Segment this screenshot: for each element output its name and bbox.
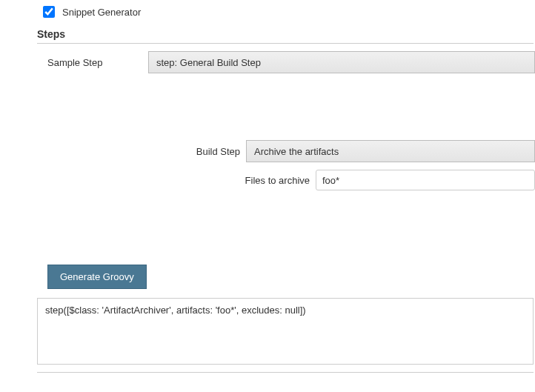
generate-groovy-button[interactable]: Generate Groovy: [47, 265, 147, 289]
sample-step-select[interactable]: step: General Build Step: [148, 51, 535, 73]
build-step-label: Build Step: [37, 146, 246, 157]
files-to-archive-input[interactable]: [316, 170, 535, 190]
build-step-select[interactable]: Archive the artifacts: [246, 140, 535, 162]
steps-heading: Steps: [37, 28, 534, 44]
files-to-archive-label: Files to archive: [37, 175, 316, 186]
snippet-generator-checkbox[interactable]: [43, 6, 55, 18]
divider: [37, 372, 534, 373]
sample-step-label: Sample Step: [37, 57, 148, 68]
generated-snippet-output[interactable]: [37, 298, 534, 365]
snippet-generator-label: Snippet Generator: [62, 7, 141, 18]
